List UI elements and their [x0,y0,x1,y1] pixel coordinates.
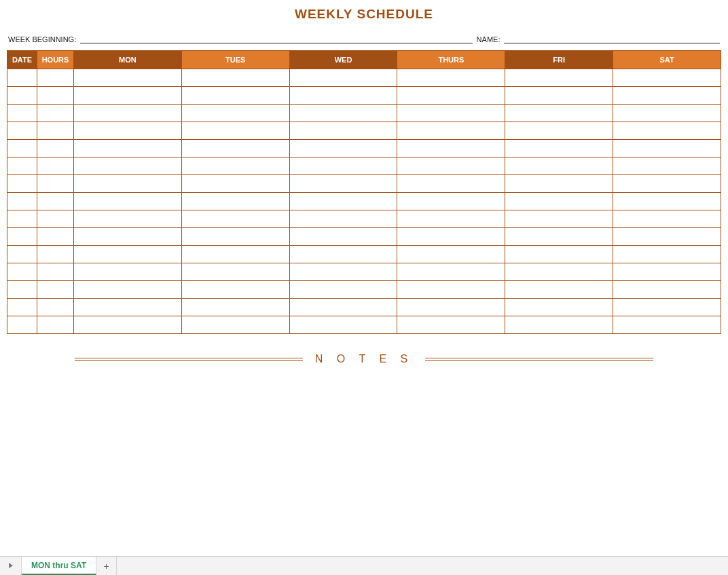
table-cell[interactable] [613,157,721,175]
table-cell[interactable] [613,105,721,122]
table-cell[interactable] [7,87,37,105]
table-cell[interactable] [7,157,37,175]
table-cell[interactable] [397,157,505,175]
table-cell[interactable] [181,228,289,246]
table-cell[interactable] [181,246,289,263]
table-cell[interactable] [613,140,721,157]
table-cell[interactable] [613,193,721,210]
table-cell[interactable] [505,246,613,263]
table-cell[interactable] [289,87,397,105]
table-cell[interactable] [37,228,74,246]
table-cell[interactable] [74,263,182,281]
table-cell[interactable] [37,316,74,334]
table-cell[interactable] [613,122,721,140]
table-cell[interactable] [505,157,613,175]
tab-nav-button[interactable] [0,557,22,575]
table-cell[interactable] [181,281,289,299]
table-cell[interactable] [289,299,397,316]
table-cell[interactable] [37,122,74,140]
table-cell[interactable] [397,193,505,210]
table-cell[interactable] [613,281,721,299]
table-cell[interactable] [397,105,505,122]
table-cell[interactable] [74,105,182,122]
table-cell[interactable] [37,210,74,228]
table-cell[interactable] [7,316,37,334]
table-cell[interactable] [74,157,182,175]
table-cell[interactable] [74,193,182,210]
table-cell[interactable] [397,299,505,316]
table-cell[interactable] [181,175,289,193]
table-cell[interactable] [181,69,289,87]
table-cell[interactable] [181,316,289,334]
table-cell[interactable] [37,263,74,281]
table-cell[interactable] [74,316,182,334]
table-cell[interactable] [505,193,613,210]
table-cell[interactable] [397,210,505,228]
table-cell[interactable] [289,210,397,228]
table-cell[interactable] [37,193,74,210]
table-cell[interactable] [289,140,397,157]
table-cell[interactable] [181,140,289,157]
table-cell[interactable] [397,246,505,263]
table-cell[interactable] [74,140,182,157]
table-cell[interactable] [505,105,613,122]
table-cell[interactable] [289,263,397,281]
table-cell[interactable] [7,299,37,316]
table-cell[interactable] [289,69,397,87]
table-cell[interactable] [37,175,74,193]
table-cell[interactable] [289,105,397,122]
add-sheet-button[interactable]: + [96,557,117,575]
table-cell[interactable] [74,246,182,263]
table-cell[interactable] [397,281,505,299]
table-cell[interactable] [505,228,613,246]
table-cell[interactable] [74,210,182,228]
table-cell[interactable] [37,140,74,157]
table-cell[interactable] [181,87,289,105]
table-cell[interactable] [505,87,613,105]
table-cell[interactable] [181,157,289,175]
table-cell[interactable] [7,140,37,157]
table-cell[interactable] [37,281,74,299]
table-cell[interactable] [181,122,289,140]
table-cell[interactable] [74,69,182,87]
table-cell[interactable] [289,193,397,210]
table-cell[interactable] [74,175,182,193]
table-cell[interactable] [7,193,37,210]
table-cell[interactable] [505,263,613,281]
table-cell[interactable] [505,69,613,87]
table-cell[interactable] [37,87,74,105]
table-cell[interactable] [289,122,397,140]
table-cell[interactable] [7,263,37,281]
table-cell[interactable] [505,175,613,193]
table-cell[interactable] [289,246,397,263]
table-cell[interactable] [397,140,505,157]
table-cell[interactable] [7,105,37,122]
table-cell[interactable] [505,299,613,316]
table-cell[interactable] [613,69,721,87]
table-cell[interactable] [7,246,37,263]
table-cell[interactable] [397,316,505,334]
table-cell[interactable] [613,87,721,105]
table-cell[interactable] [505,122,613,140]
table-cell[interactable] [613,175,721,193]
table-cell[interactable] [613,299,721,316]
table-cell[interactable] [397,87,505,105]
table-cell[interactable] [397,69,505,87]
table-cell[interactable] [289,316,397,334]
table-cell[interactable] [37,299,74,316]
table-cell[interactable] [37,157,74,175]
table-cell[interactable] [7,122,37,140]
table-cell[interactable] [397,175,505,193]
table-cell[interactable] [181,299,289,316]
table-cell[interactable] [505,140,613,157]
week-beginning-input[interactable] [80,34,472,43]
table-cell[interactable] [37,105,74,122]
table-cell[interactable] [613,263,721,281]
table-cell[interactable] [613,210,721,228]
table-cell[interactable] [7,210,37,228]
table-cell[interactable] [181,105,289,122]
table-cell[interactable] [181,193,289,210]
table-cell[interactable] [7,175,37,193]
table-cell[interactable] [613,228,721,246]
table-cell[interactable] [289,228,397,246]
